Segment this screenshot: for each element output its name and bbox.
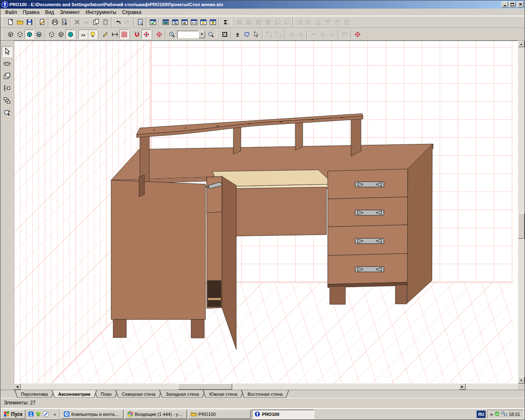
task-button-3[interactable]: PRO100 <box>188 410 251 419</box>
edit-mode-button[interactable] <box>251 30 261 39</box>
zoom-level-input[interactable] <box>177 31 199 38</box>
zoom-out-button[interactable] <box>206 30 215 39</box>
minimize-button[interactable] <box>502 2 508 7</box>
show-sketch-button[interactable] <box>100 30 110 39</box>
save-project-button[interactable] <box>25 17 34 27</box>
tray-chevron[interactable]: « <box>490 412 493 417</box>
task-button-4[interactable]: PRO100 <box>252 410 314 419</box>
view-tab-6[interactable]: Южная стена <box>203 390 244 398</box>
tool-measure-button[interactable] <box>2 83 12 94</box>
show-axes-button[interactable] <box>154 30 164 39</box>
show-outline-edges-button[interactable] <box>56 30 66 39</box>
panel-dimensions-button[interactable] <box>189 17 199 27</box>
selection-mode-button[interactable] <box>220 30 229 39</box>
quick-launch-2-icon[interactable] <box>35 411 41 418</box>
print-button[interactable] <box>50 17 59 27</box>
maximize-button[interactable] <box>509 2 516 7</box>
horizontal-scrollbar[interactable]: ◀ ▶ <box>14 383 518 390</box>
view-tab-3[interactable]: План <box>94 390 118 398</box>
view-hidden-lines-button[interactable] <box>15 30 25 39</box>
snap-magnet-button[interactable] <box>132 30 142 39</box>
paste-button <box>100 17 110 27</box>
quick-launch-1-icon[interactable] <box>28 411 34 418</box>
snap-to-grid-button[interactable] <box>142 30 151 39</box>
language-indicator[interactable]: RU <box>477 411 486 418</box>
edit-report-button[interactable] <box>37 17 47 27</box>
view-colors-icon <box>26 31 33 38</box>
delete-button[interactable] <box>72 17 82 27</box>
panel-shading-button[interactable] <box>199 17 208 27</box>
drawer-handle-3 <box>355 238 384 244</box>
tool-duplicate-button[interactable] <box>2 71 12 82</box>
view-colors-button[interactable] <box>25 30 34 39</box>
task-button-1[interactable]: Компьютеры и контакты <box>61 410 123 419</box>
slant-horizontal-button <box>332 17 342 27</box>
vertical-scrollbar[interactable]: ▲ ▼ <box>518 41 525 383</box>
view-transparent-button[interactable] <box>34 30 43 39</box>
copy-button[interactable] <box>91 17 100 27</box>
tool-select-button[interactable] <box>2 46 12 57</box>
quick-launch-3-icon[interactable] <box>43 411 49 418</box>
zoom-in-button[interactable] <box>167 30 176 39</box>
horizontal-scroll-thumb[interactable] <box>178 383 232 390</box>
tray-antivirus-icon[interactable] <box>494 411 500 418</box>
render-solid-button[interactable] <box>66 30 75 39</box>
tool-zoom-button[interactable] <box>2 108 12 119</box>
vertical-scroll-thumb[interactable] <box>518 213 525 239</box>
title-bar[interactable]: PRO100 - E:\Documents and Settings\fatum… <box>0 0 525 9</box>
show-lighting-button[interactable] <box>88 30 97 39</box>
menu-элемент[interactable]: Элемент <box>57 9 83 16</box>
task-button-2[interactable]: Входящие (1 444) - yaki... <box>125 410 187 419</box>
menu-инструменты[interactable]: Инструменты <box>83 9 119 16</box>
scroll-down-button[interactable]: ▼ <box>518 377 525 383</box>
right-side-panel <box>407 144 432 303</box>
show-all-edges-button[interactable] <box>47 30 56 39</box>
show-dimensions-icon <box>112 31 118 38</box>
pedestal-niche <box>208 281 221 307</box>
resize-mode-button[interactable]: ± <box>233 30 242 39</box>
report-summary-button[interactable]: Σ <box>221 17 230 27</box>
new-document-button[interactable] <box>6 17 15 27</box>
scroll-up-button[interactable]: ▲ <box>518 41 525 47</box>
task-icon-2 <box>127 411 133 418</box>
panel-materials-button[interactable] <box>208 17 217 27</box>
rotate-view-mode-button[interactable] <box>242 30 251 39</box>
zoom-level-combo[interactable]: ▼ <box>177 31 205 38</box>
project-settings-button[interactable] <box>148 17 158 27</box>
rotation-center-button[interactable] <box>353 30 362 39</box>
view-tab-1[interactable]: Перспектива <box>14 390 55 398</box>
system-tray: « 18:31 <box>487 410 524 419</box>
quick-launch-overflow[interactable]: » <box>51 412 59 417</box>
print-preview-button[interactable] <box>59 17 69 27</box>
view-tab-2[interactable]: Аксонометрия <box>52 390 97 398</box>
menu-вид[interactable]: Вид <box>42 9 57 16</box>
panel-preview-button[interactable] <box>170 17 180 27</box>
undo-button[interactable] <box>113 17 123 27</box>
properties-button[interactable] <box>135 17 145 27</box>
drawer-handle-1 <box>355 182 384 187</box>
tool-arrange-button[interactable] <box>2 96 12 106</box>
scroll-right-button[interactable]: ▶ <box>459 383 466 390</box>
scroll-left-button[interactable]: ◀ <box>14 383 21 390</box>
menu-bar: ФайлПравкаВидЭлементИнструментыСправка <box>0 9 525 16</box>
view-tab-7[interactable]: Восточная стена <box>241 390 289 398</box>
show-grid-button[interactable] <box>119 30 129 39</box>
view-tab-5[interactable]: Западная стена <box>159 390 205 398</box>
panel-elements-button[interactable] <box>161 17 170 27</box>
panel-structure-button[interactable] <box>180 17 189 27</box>
tray-network-icon[interactable] <box>501 411 507 418</box>
drawing-canvas[interactable] <box>14 41 518 383</box>
chevron-down-icon[interactable]: ▼ <box>199 31 205 38</box>
desk-drawing[interactable] <box>14 41 513 383</box>
close-button[interactable]: ✕ <box>517 2 524 7</box>
view-wireframe-button[interactable] <box>6 30 15 39</box>
show-dimensions-button[interactable] <box>110 30 119 39</box>
open-project-button[interactable] <box>15 17 25 27</box>
menu-справка[interactable]: Справка <box>119 9 144 16</box>
menu-файл[interactable]: Файл <box>2 9 20 16</box>
start-button[interactable]: Пуск <box>1 410 25 419</box>
tool-cut-button[interactable] <box>2 59 12 69</box>
view-tab-4[interactable]: Северная стена <box>115 390 162 398</box>
show-descriptions-button[interactable]: aa <box>78 30 88 39</box>
menu-правка[interactable]: Правка <box>20 9 43 16</box>
